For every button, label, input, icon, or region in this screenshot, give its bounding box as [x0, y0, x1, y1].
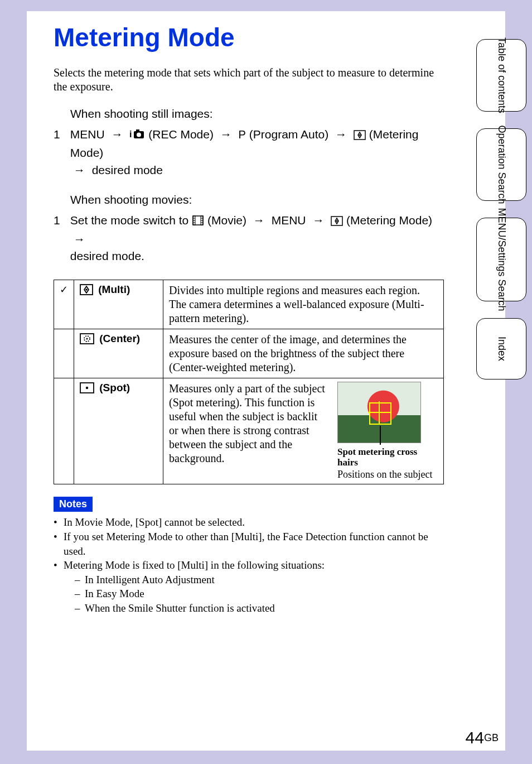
mode-spot-name: (Spot) — [99, 382, 130, 393]
mode-name-cell: (Spot) — [74, 378, 163, 484]
tab-table-of-contents[interactable]: Table of contents — [476, 39, 526, 112]
arrow-icon: → — [74, 162, 85, 179]
note-text: Metering Mode is fixed to [Multi] in the… — [64, 559, 325, 571]
metering-multi-icon — [80, 284, 93, 298]
svg-point-6 — [359, 134, 360, 136]
tab-menu-settings-search[interactable]: MENU/Settings Search — [476, 218, 526, 301]
i-auto-camera-icon: i — [129, 128, 145, 145]
tab-label: MENU/Settings Search — [496, 208, 507, 311]
desired-mode-label: desired mode. — [70, 249, 144, 262]
movie-label: (Movie) — [207, 214, 246, 227]
svg-text:i: i — [129, 129, 132, 139]
arrow-icon: → — [312, 212, 324, 229]
intro-text: Selects the metering mode that sets whic… — [54, 66, 444, 94]
tab-operation-search[interactable]: Operation Search — [476, 128, 526, 201]
stills-heading: When shooting still images: — [70, 107, 444, 121]
mode-spot-desc: Measures only a part of the subject (Spo… — [169, 382, 327, 481]
svg-point-21 — [85, 289, 88, 291]
metering-spot-icon — [80, 382, 94, 396]
note-item: Metering Mode is fixed to [Multi] in the… — [54, 558, 444, 616]
metering-center-icon — [80, 333, 94, 347]
rec-mode-label: (REC Mode) — [148, 128, 214, 141]
arrow-icon: → — [220, 126, 232, 143]
page-number-value: 44 — [466, 728, 484, 747]
note-item: If you set Metering Mode to other than [… — [54, 530, 444, 558]
table-row: (Center) Measures the center of the imag… — [54, 329, 444, 378]
movie-film-icon — [192, 214, 204, 230]
tab-label: Table of contents — [496, 37, 507, 113]
menu-label: MENU — [70, 128, 105, 141]
svg-rect-3 — [136, 129, 139, 132]
sub-note-item: When the Smile Shutter function is activ… — [75, 601, 444, 616]
spot-crosshairs-label: Spot metering cross hairs — [337, 446, 438, 468]
page-number-suffix: GB — [484, 732, 499, 743]
step-number: 1 — [54, 126, 67, 143]
arrow-icon: → — [112, 126, 123, 143]
sub-note-item: In Intelligent Auto Adjustment — [75, 573, 444, 587]
note-item: In Movie Mode, [Spot] cannot be selected… — [54, 515, 444, 530]
notes-heading: Notes — [54, 497, 93, 512]
page-number: 44GB — [466, 728, 499, 747]
p-icon: P — [239, 128, 246, 141]
desired-mode-label: desired mode — [92, 164, 163, 176]
tab-index[interactable]: Index — [476, 318, 526, 379]
arrow-icon: → — [74, 231, 85, 248]
movies-heading: When shooting movies: — [70, 193, 444, 206]
metering-mode-label: (Metering Mode) — [346, 214, 432, 227]
mode-name-cell: (Center) — [74, 329, 163, 378]
metering-multi-icon — [331, 214, 343, 230]
mode-multi-desc: Divides into multiple regions and measur… — [163, 280, 444, 329]
svg-point-2 — [137, 133, 141, 137]
mode-name-cell: (Multi) — [74, 280, 163, 329]
table-row: (Spot) Measures only a part of the subje… — [54, 378, 444, 484]
menu-label: MENU — [272, 214, 306, 227]
svg-point-24 — [86, 338, 88, 339]
svg-point-26 — [86, 386, 88, 388]
default-check-icon: ✓ — [54, 280, 74, 329]
tab-label: Operation Search — [496, 125, 507, 204]
svg-point-18 — [336, 220, 338, 222]
table-row: ✓ (Multi) Divides into multiple regions … — [54, 280, 444, 329]
movies-step-body: Set the mode switch to (Movie) → MENU → … — [70, 212, 438, 265]
arrow-icon: → — [335, 126, 347, 143]
program-auto-label: (Program Auto) — [249, 128, 328, 141]
spot-positions-label: Positions on the subject — [337, 468, 438, 481]
metering-multi-icon — [354, 128, 366, 145]
sub-note-item: In Easy Mode — [75, 587, 444, 601]
set-switch-label: Set the mode switch to — [70, 214, 188, 227]
spot-metering-example-image — [337, 382, 421, 443]
tab-label: Index — [496, 337, 507, 361]
mode-multi-name: (Multi) — [98, 284, 130, 295]
notes-list: In Movie Mode, [Spot] cannot be selected… — [54, 515, 444, 615]
mode-center-name: (Center) — [99, 333, 140, 344]
mode-center-desc: Measures the center of the image, and de… — [163, 329, 444, 378]
step-number: 1 — [54, 212, 67, 229]
arrow-icon: → — [253, 212, 265, 229]
stills-step-body: MENU → i (REC Mode) → P (Program Auto) →… — [70, 126, 438, 179]
metering-modes-table: ✓ (Multi) Divides into multiple regions … — [54, 280, 444, 485]
page-title: Metering Mode — [54, 22, 444, 52]
